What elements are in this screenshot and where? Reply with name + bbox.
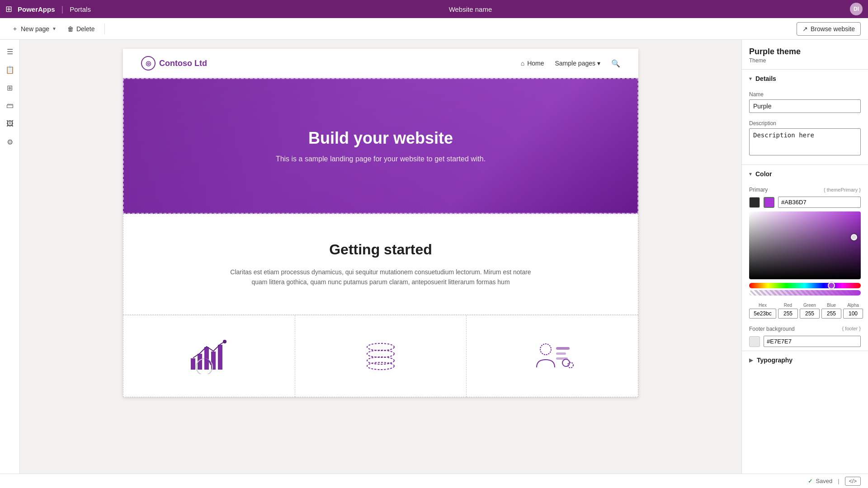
primary-label-row: Primary { themePrimary }: [742, 183, 868, 195]
color-section-header[interactable]: ▾ Color: [742, 165, 868, 183]
blue-field[interactable]: [821, 309, 841, 319]
chevron-down-icon[interactable]: ▼: [52, 26, 57, 31]
chevron-down-icon-color: ▾: [749, 171, 752, 177]
canvas-area[interactable]: ◎ Contoso Ltd ⌂ Home Sample pages ▾ 🔍: [20, 40, 741, 474]
hero-subtitle: This is a sample landing page for your w…: [276, 155, 486, 163]
panel-title: Purple theme: [749, 47, 861, 56]
nav-sample-pages[interactable]: Sample pages ▾: [555, 60, 600, 67]
logo-text: Contoso Ltd: [159, 59, 207, 68]
color-swatch-dark[interactable]: [749, 197, 760, 208]
card-stack[interactable]: [295, 315, 467, 397]
footer-bg-label-row: Footer background { footer }: [742, 322, 868, 334]
content-section[interactable]: Getting started Claritas est etiam proce…: [123, 214, 638, 315]
hue-handle[interactable]: [828, 282, 835, 289]
toolbar: ＋ New page ▼ 🗑 Delete ↗ Browse website: [0, 18, 868, 40]
code-view-button[interactable]: </>: [845, 477, 861, 486]
external-link-icon: ↗: [802, 25, 808, 33]
code-icon: </>: [849, 478, 857, 484]
portals-label[interactable]: Portals: [70, 5, 91, 13]
left-sidebar: ☰ 📋 ⊞ 🗃 🖼 ⚙: [0, 40, 20, 474]
toolbar-right: ↗ Browse website: [797, 22, 861, 36]
panel-header: Purple theme Theme: [742, 40, 868, 66]
logo-circle: ◎: [141, 56, 156, 70]
details-label: Details: [755, 75, 776, 82]
toolbar-separator: [104, 23, 105, 34]
red-field[interactable]: [778, 309, 798, 319]
opacity-slider[interactable]: [749, 290, 861, 296]
section-title: Getting started: [142, 241, 620, 258]
grid-icon[interactable]: ⊞: [5, 4, 12, 14]
description-textarea[interactable]: Description here: [749, 128, 861, 155]
typography-section: ▶ Typography: [742, 351, 868, 369]
svg-point-8: [367, 350, 394, 357]
website-nav: ⌂ Home Sample pages ▾ 🔍: [521, 59, 620, 68]
green-label: Green: [803, 303, 816, 308]
browse-label: Browse website: [811, 25, 855, 33]
description-label: Description: [749, 120, 861, 127]
top-bar: ⊞ PowerApps | Portals Website name DI: [0, 0, 868, 18]
card-analytics[interactable]: [123, 315, 295, 397]
svg-rect-4: [218, 345, 222, 370]
name-label: Name: [749, 91, 861, 98]
separator: |: [838, 478, 839, 484]
nav-search-icon[interactable]: 🔍: [611, 59, 620, 68]
alpha-label: Alpha: [847, 303, 859, 308]
delete-button[interactable]: 🗑 Delete: [63, 23, 99, 35]
hero-title: Build your website: [308, 129, 453, 148]
new-page-button[interactable]: ＋ New page ▼: [7, 22, 61, 36]
details-section-header[interactable]: ▾ Details: [742, 70, 868, 88]
dropdown-icon: ▾: [597, 60, 600, 67]
chevron-down-icon: ▾: [749, 75, 752, 82]
browse-website-button[interactable]: ↗ Browse website: [797, 22, 861, 36]
people-icon: [525, 333, 580, 379]
description-field: Description Description here: [742, 117, 868, 161]
sidebar-icon-tools[interactable]: ⚙: [2, 134, 18, 150]
picker-handle[interactable]: [851, 234, 857, 240]
chevron-right-icon: ▶: [749, 357, 753, 363]
footer-color-swatch[interactable]: [749, 336, 760, 347]
color-picker[interactable]: [742, 211, 868, 301]
hero-section[interactable]: Build your website This is a sample land…: [123, 78, 638, 214]
website-header: ◎ Contoso Ltd ⌂ Home Sample pages ▾ 🔍: [123, 49, 638, 78]
color-swatch-purple[interactable]: [764, 197, 774, 208]
cards-row: [123, 315, 638, 397]
sidebar-icon-data[interactable]: 🗃: [2, 98, 18, 114]
green-field[interactable]: [800, 309, 820, 319]
website-logo: ◎ Contoso Ltd: [141, 56, 207, 70]
app-name[interactable]: PowerApps: [18, 5, 55, 13]
alpha-field[interactable]: [843, 309, 863, 319]
color-hex-input[interactable]: [778, 197, 861, 208]
sidebar-icon-media[interactable]: 🖼: [2, 116, 18, 132]
hex-field[interactable]: [749, 309, 776, 319]
footer-tag: { footer }: [842, 326, 861, 332]
svg-rect-0: [191, 358, 195, 370]
home-icon: ⌂: [521, 60, 524, 67]
footer-bg-label: Footer background: [749, 326, 795, 332]
sidebar-icon-menu[interactable]: ☰: [2, 43, 18, 60]
main-area: ☰ 📋 ⊞ 🗃 🖼 ⚙ ◎ Contoso Ltd ⌂ Home: [0, 40, 868, 474]
svg-rect-3: [211, 352, 216, 370]
nav-home[interactable]: ⌂ Home: [521, 60, 544, 67]
sidebar-icon-components[interactable]: ⊞: [2, 80, 18, 96]
footer-hex-input[interactable]: [764, 336, 861, 347]
svg-point-9: [367, 357, 394, 364]
analytics-icon: [182, 333, 236, 379]
hue-slider[interactable]: [749, 283, 861, 288]
saved-label: Saved: [816, 478, 832, 484]
primary-color-row: [742, 195, 868, 211]
color-section: ▾ Color Primary { themePrimary }: [742, 164, 868, 351]
avatar[interactable]: DI: [850, 3, 863, 15]
card-people[interactable]: [467, 315, 638, 397]
gradient-picker[interactable]: [749, 211, 861, 279]
plus-icon: ＋: [12, 25, 18, 33]
svg-point-10: [367, 362, 394, 370]
logo-icon: ◎: [146, 60, 151, 67]
trash-icon: 🗑: [67, 25, 74, 33]
name-field: Name: [742, 88, 868, 117]
typography-header[interactable]: ▶ Typography: [742, 351, 868, 369]
primary-label: Primary: [749, 187, 768, 193]
name-input[interactable]: [749, 99, 861, 113]
hex-group: Hex: [749, 303, 776, 319]
red-label: Red: [784, 303, 792, 308]
sidebar-icon-pages[interactable]: 📋: [2, 61, 18, 78]
